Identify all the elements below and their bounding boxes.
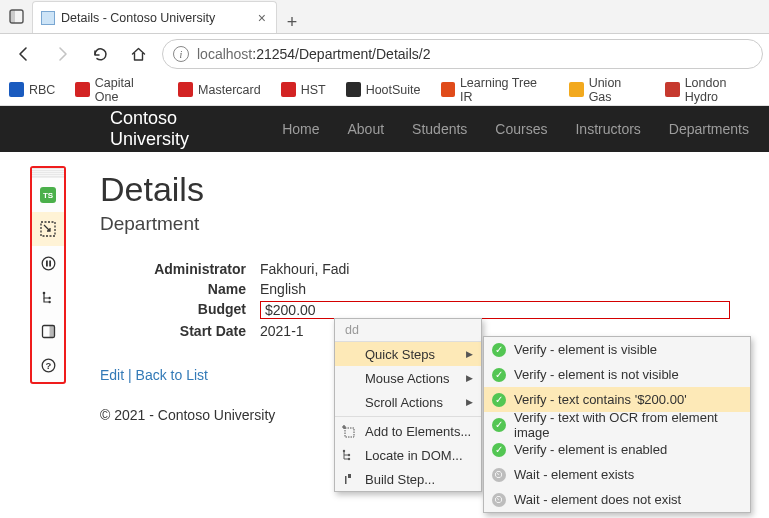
tree-icon [342,449,358,461]
submenu-arrow-icon: ▶ [466,373,473,383]
bookmark-london-hydro[interactable]: London Hydro [662,76,763,104]
bookmarks-bar: RBC Capital One Mastercard HST HootSuite… [0,74,769,106]
new-tab-button[interactable]: + [277,12,307,33]
tab-favicon-icon [41,11,55,25]
tab-overview-button[interactable] [0,1,32,33]
bookmark-icon [569,82,583,97]
check-icon: ✓ [492,343,506,357]
nav-students[interactable]: Students [412,121,467,137]
bookmark-icon [281,82,296,97]
wait-icon: ⏲ [492,468,506,482]
context-menu-primary: dd Quick Steps▶ Mouse Actions▶ Scroll Ac… [334,318,482,492]
svg-point-16 [348,458,350,460]
menu-quick-steps[interactable]: Quick Steps▶ [335,342,481,366]
nav-about[interactable]: About [347,121,384,137]
add-element-icon [342,425,358,438]
menu-locate-in-dom[interactable]: Locate in DOM... [335,443,481,467]
check-icon: ✓ [492,443,506,457]
back-to-list-link[interactable]: Back to List [136,367,208,383]
bookmark-icon [178,82,193,97]
back-button[interactable] [10,40,38,68]
label-name: Name [100,281,260,297]
submenu-arrow-icon: ▶ [466,349,473,359]
menu-verify-text-contains[interactable]: ✓ Verify - text contains '$200.00' [484,387,750,412]
label-budget: Budget [100,301,260,319]
menu-verify-not-visible[interactable]: ✓ Verify - element is not visible [484,362,750,387]
bookmark-rbc[interactable]: RBC [6,82,58,97]
nav-instructors[interactable]: Instructors [575,121,640,137]
menu-wait-not-exist[interactable]: ⏲ Wait - element does not exist [484,487,750,512]
site-navbar: Contoso University Home About Students C… [0,106,769,152]
page-title: Details [100,170,749,209]
check-icon: ✓ [492,368,506,382]
menu-add-to-elements[interactable]: Add to Elements... [335,419,481,443]
browser-tab-strip: Details - Contoso University × + [0,0,769,34]
value-budget-wrapper: $200.00 [260,301,749,319]
wait-icon: ⏲ [492,493,506,507]
context-menu-quick-steps: ✓ Verify - element is visible ✓ Verify -… [483,336,751,513]
bookmark-icon [665,82,679,97]
bookmark-hst[interactable]: HST [278,82,329,97]
hammer-icon [342,473,358,485]
brand[interactable]: Contoso University [110,108,244,150]
tab-close-icon[interactable]: × [258,10,266,26]
menu-build-step[interactable]: Build Step... [335,467,481,491]
menu-verify-ocr[interactable]: ✓ Verify - text with OCR from element im… [484,412,750,437]
check-icon: ✓ [492,418,506,432]
check-icon: ✓ [492,393,506,407]
svg-rect-13 [345,428,354,437]
svg-point-14 [343,450,345,452]
browser-tab-active[interactable]: Details - Contoso University × [32,1,277,33]
submenu-arrow-icon: ▶ [466,397,473,407]
value-administrator: Fakhouri, Fadi [260,261,749,277]
menu-wait-exists[interactable]: ⏲ Wait - element exists [484,462,750,487]
bookmark-mastercard[interactable]: Mastercard [175,82,264,97]
menu-scroll-actions[interactable]: Scroll Actions▶ [335,390,481,414]
value-name: English [260,281,749,297]
browser-toolbar: i localhost:21254/Department/Details/2 [0,34,769,74]
nav-courses[interactable]: Courses [495,121,547,137]
svg-rect-17 [345,476,347,484]
url-text: localhost:21254/Department/Details/2 [197,46,430,62]
menu-separator [335,416,481,417]
bookmark-icon [346,82,361,97]
bookmark-icon [441,82,455,97]
svg-rect-1 [10,10,15,23]
home-button[interactable] [124,40,152,68]
bookmark-hootsuite[interactable]: HootSuite [343,82,424,97]
refresh-button[interactable] [86,40,114,68]
edit-link[interactable]: Edit [100,367,124,383]
label-administrator: Administrator [100,261,260,277]
nav-home[interactable]: Home [282,121,319,137]
bookmark-capital-one[interactable]: Capital One [72,76,161,104]
tab-title: Details - Contoso University [61,11,215,25]
forward-button[interactable] [48,40,76,68]
bookmark-icon [9,82,24,97]
link-divider: | [128,367,136,383]
value-budget-highlighted[interactable]: $200.00 [260,301,730,319]
label-start-date: Start Date [100,323,260,339]
nav-departments[interactable]: Departments [669,121,749,137]
site-info-icon[interactable]: i [173,46,189,62]
menu-verify-enabled[interactable]: ✓ Verify - element is enabled [484,437,750,462]
menu-mouse-actions[interactable]: Mouse Actions▶ [335,366,481,390]
bookmark-icon [75,82,89,97]
context-menu-header: dd [335,319,481,342]
bookmark-learning-tree[interactable]: Learning Tree IR [438,76,553,104]
menu-verify-visible[interactable]: ✓ Verify - element is visible [484,337,750,362]
svg-point-15 [348,454,350,456]
page-subtitle: Department [100,213,749,235]
bookmark-union-gas[interactable]: Union Gas [566,76,648,104]
address-bar[interactable]: i localhost:21254/Department/Details/2 [162,39,763,69]
